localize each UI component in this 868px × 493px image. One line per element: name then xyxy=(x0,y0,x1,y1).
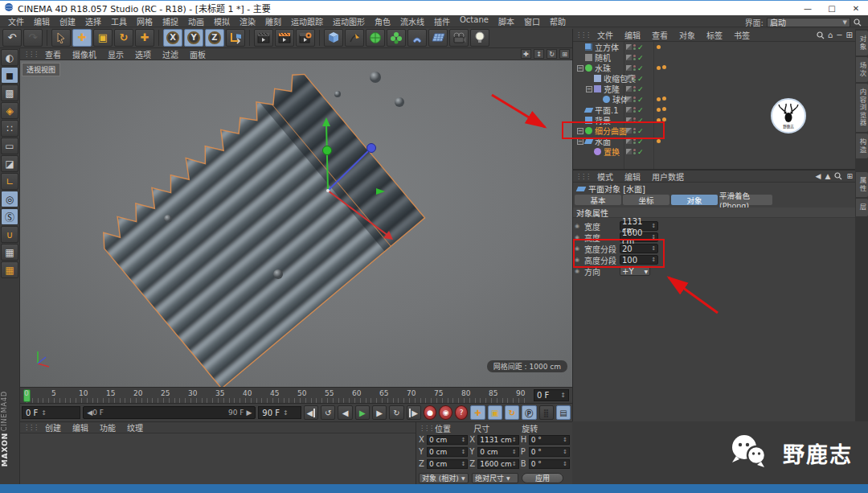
panel-grip-icon[interactable]: ⋮⋮⋮ xyxy=(575,31,590,39)
enabled-check-icon[interactable]: ✓ xyxy=(637,148,644,156)
layer-icon[interactable] xyxy=(626,138,632,144)
magnet-icon[interactable]: ∪ xyxy=(1,226,18,243)
add-cube-button[interactable] xyxy=(324,29,343,47)
undo-button[interactable]: ↶ xyxy=(2,29,22,47)
panel-expand-icon[interactable]: ⊞ xyxy=(846,172,853,180)
object-menu-item[interactable]: 编辑 xyxy=(619,29,646,41)
menu-item[interactable]: 动画 xyxy=(183,15,209,27)
enabled-check-icon[interactable]: ✓ xyxy=(637,54,644,62)
rotation-field[interactable]: 0 °↕ xyxy=(529,459,570,469)
viewport-canvas[interactable] xyxy=(20,60,572,387)
visibility-dots-icon[interactable] xyxy=(633,55,636,60)
add-deformer-button[interactable] xyxy=(407,29,427,47)
menu-item[interactable]: 捕捉 xyxy=(158,15,183,27)
keyframe-selection-button[interactable]: ? xyxy=(455,405,468,420)
animate-dot-icon[interactable]: ◉ xyxy=(575,223,584,229)
menu-item[interactable]: 脚本 xyxy=(493,15,519,27)
panel-tab[interactable]: 对象 xyxy=(856,31,868,55)
visibility-dots-icon[interactable] xyxy=(633,128,636,134)
attr-tab[interactable]: 平滑着色(Phong) xyxy=(719,195,772,205)
enabled-check-icon[interactable]: ✓ xyxy=(637,127,644,135)
lock-y-axis-button[interactable]: Y xyxy=(184,29,203,47)
object-menu-item[interactable]: 对象 xyxy=(674,29,701,41)
autokey-button[interactable]: ◉ xyxy=(439,405,452,420)
add-mograph-button[interactable] xyxy=(387,29,406,47)
menu-item[interactable]: 文件 xyxy=(3,15,29,27)
object-visibility-toggles[interactable]: ✓ xyxy=(626,43,644,51)
previous-frame-button[interactable]: ◀ xyxy=(338,405,352,420)
visibility-dots-icon[interactable] xyxy=(633,149,636,154)
chevron-down-icon[interactable]: ▼ xyxy=(644,269,648,274)
menu-item[interactable]: 工具 xyxy=(106,15,132,27)
layer-icon[interactable] xyxy=(626,107,632,113)
viewport-menu-item[interactable]: 面板 xyxy=(184,48,211,60)
expand-toggle-icon[interactable]: − xyxy=(577,65,583,72)
menu-item[interactable]: 帮助 xyxy=(545,15,571,27)
visibility-dots-icon[interactable] xyxy=(633,76,636,81)
texture-mode-icon[interactable]: ▩ xyxy=(1,84,18,101)
attribute-menu-item[interactable]: 模式 xyxy=(592,170,619,183)
layer-icon[interactable] xyxy=(626,117,632,123)
minimize-button[interactable]: — xyxy=(796,1,820,16)
menu-item[interactable]: 创建 xyxy=(55,15,80,27)
object-visibility-toggles[interactable]: ✓ xyxy=(626,117,644,125)
attr-tab[interactable]: 坐标 xyxy=(623,195,669,205)
layer-icon[interactable] xyxy=(626,65,632,71)
minus-icon[interactable]: − xyxy=(836,31,842,39)
animate-dot-icon[interactable]: ◉ xyxy=(575,268,584,274)
enabled-check-icon[interactable]: ✓ xyxy=(637,85,644,93)
size-field[interactable]: 1131 cm↕ xyxy=(477,435,518,445)
end-frame-field[interactable]: 90 F↕ xyxy=(258,406,301,419)
next-frame-button[interactable]: ▶ xyxy=(372,405,387,420)
object-visibility-toggles[interactable]: ✓ xyxy=(626,64,644,72)
lock-z-axis-button[interactable]: Z xyxy=(205,29,224,47)
menu-item[interactable]: 网格 xyxy=(132,15,158,27)
current-frame-field[interactable]: 0 F ↕ xyxy=(534,389,569,401)
history-back-icon[interactable]: ◀ xyxy=(816,172,821,180)
frame-ruler[interactable]: 051015202530354045505560657075808590 xyxy=(20,388,531,404)
framerate-button[interactable]: ▤ xyxy=(556,405,571,420)
spinner-icon[interactable]: ↕ xyxy=(651,257,656,263)
spinner-icon[interactable]: ↕ xyxy=(560,392,566,399)
wrinkled-plane-object[interactable] xyxy=(84,60,436,387)
spinner-icon[interactable]: ↕ xyxy=(283,409,289,417)
axis-mode-icon[interactable]: ∟ xyxy=(1,173,18,190)
key-scale-toggle[interactable]: ▣ xyxy=(488,405,502,420)
layer-icon[interactable] xyxy=(626,97,632,102)
expand-toggle-icon[interactable]: − xyxy=(577,138,583,145)
snap-enable-icon[interactable]: Ⓢ xyxy=(1,208,18,225)
goto-start-button[interactable]: ◀ xyxy=(304,405,318,420)
value-field[interactable]: 100↕ xyxy=(620,255,658,265)
menu-item[interactable]: 雕刻 xyxy=(260,15,286,27)
spinner-icon[interactable]: ↕ xyxy=(651,223,656,229)
menu-item[interactable]: 运动跟踪 xyxy=(286,15,328,27)
attr-tab[interactable]: 基本 xyxy=(575,195,621,205)
spinner-icon[interactable]: ↕ xyxy=(651,234,656,240)
lock-x-axis-button[interactable]: X xyxy=(163,29,182,47)
render-picture-viewer-button[interactable] xyxy=(275,29,294,47)
coordinate-system-button[interactable] xyxy=(226,29,245,47)
menu-item[interactable]: 编辑 xyxy=(29,15,55,27)
previous-key-button[interactable]: ↺ xyxy=(321,405,335,420)
panel-grip-icon[interactable]: ⋮⋮⋮ xyxy=(23,51,38,58)
frame-range-slider[interactable]: ◀ 0 F 90 F ▶ xyxy=(83,406,256,419)
layer-icon[interactable] xyxy=(626,55,632,60)
rotation-field[interactable]: 0 °↕ xyxy=(529,447,570,457)
viewport-menu-item[interactable]: 显示 xyxy=(102,48,129,60)
texture-tags[interactable] xyxy=(657,118,666,122)
object-visibility-toggles[interactable]: ✓ xyxy=(626,85,644,93)
material-menu-item[interactable]: 纹理 xyxy=(121,421,149,433)
polygons-mode-icon[interactable]: ◪ xyxy=(1,155,18,172)
size-mode-select[interactable]: 绝对尺寸▼ xyxy=(472,473,518,483)
material-menu-item[interactable]: 功能 xyxy=(94,421,121,433)
attribute-menu-item[interactable]: 用户数据 xyxy=(646,170,690,183)
object-visibility-toggles[interactable]: ✓ xyxy=(626,148,644,156)
grid-edge-snap-icon[interactable]: ▦ xyxy=(1,244,18,261)
render-view-button[interactable] xyxy=(254,29,273,47)
rotate-view-icon[interactable]: ↻ xyxy=(547,49,557,59)
panel-grip-icon[interactable]: ⋮⋮⋮ xyxy=(575,173,590,180)
menu-item[interactable]: 窗口 xyxy=(519,15,545,27)
key-rotation-toggle[interactable]: ↻ xyxy=(505,405,519,420)
move-tool-button[interactable]: ✚ xyxy=(72,29,92,47)
search-icon[interactable] xyxy=(834,172,842,180)
